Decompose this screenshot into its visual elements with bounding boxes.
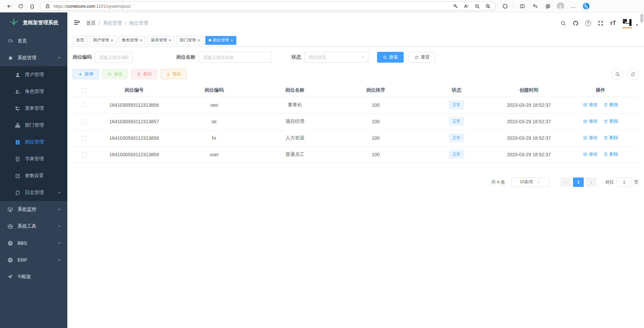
favorites-collections-icon[interactable] xyxy=(529,1,541,11)
col-post-sort: 岗位排序 xyxy=(334,84,418,97)
sidebar-item-menus[interactable]: 菜单管理 xyxy=(0,100,67,117)
row-checkbox[interactable] xyxy=(82,103,87,108)
breadcrumb-home[interactable]: 首页 xyxy=(86,20,96,26)
next-page-button[interactable]: › xyxy=(586,177,597,187)
edit-link[interactable]: 修改 xyxy=(583,118,598,124)
tab-close-icon[interactable]: × xyxy=(169,38,171,43)
chevron-down-icon xyxy=(361,55,365,60)
delete-link-label: 删除 xyxy=(609,151,618,157)
table-row[interactable]: 1641030593112313859 user 普通员工 100 正常 202… xyxy=(73,146,639,163)
tab-label: 菜单管理 xyxy=(151,37,167,43)
tab-close-icon[interactable]: × xyxy=(231,38,233,43)
read-aloud-icon[interactable]: A⁾ xyxy=(461,1,471,11)
sidebar-item-users[interactable]: 用户管理 xyxy=(0,66,67,83)
user-menu-caret-icon[interactable]: ▾ xyxy=(636,23,638,27)
page-number-1[interactable]: 1 xyxy=(573,177,584,187)
tab-close-icon[interactable]: × xyxy=(111,38,113,43)
fullscreen-icon[interactable] xyxy=(598,20,604,26)
status-select[interactable]: 岗位状态 xyxy=(304,52,368,63)
delete-button-label: 删除 xyxy=(143,71,152,77)
github-icon[interactable] xyxy=(573,20,579,26)
delete-link[interactable]: 删除 xyxy=(604,118,618,124)
delete-link[interactable]: 删除 xyxy=(604,135,618,141)
browser-menu-icon[interactable]: … xyxy=(568,1,579,11)
goto-label: 前往 xyxy=(605,179,614,185)
post-code-input[interactable] xyxy=(95,52,133,63)
help-icon[interactable]: ? xyxy=(585,20,591,26)
posts-table: 岗位编号 岗位编码 岗位名称 岗位排序 状态 创建时间 操作 164103059… xyxy=(73,84,639,163)
edit-link[interactable]: 修改 xyxy=(583,135,598,141)
search-button[interactable]: 搜索 xyxy=(377,52,404,63)
sidebar-item-monitor[interactable]: 系统监控 xyxy=(0,201,67,218)
add-favorite-star-icon[interactable] xyxy=(483,1,493,11)
prev-page-button[interactable]: ‹ xyxy=(560,177,571,187)
tab-close-icon[interactable]: × xyxy=(198,38,200,43)
row-checkbox[interactable] xyxy=(82,153,87,157)
edit-square-icon xyxy=(15,173,21,179)
browser-back-icon[interactable] xyxy=(3,1,15,11)
export-button[interactable]: 导出 xyxy=(161,69,187,79)
tab-roles[interactable]: 角色管理× xyxy=(118,36,145,45)
user-avatar-logo[interactable] xyxy=(622,19,632,28)
delete-link[interactable]: 删除 xyxy=(604,102,618,108)
reset-button[interactable]: 重置 xyxy=(409,52,435,63)
sidebar-item-parameters[interactable]: 参数设置 xyxy=(0,167,67,184)
goto-page-input[interactable] xyxy=(617,177,632,187)
row-checkbox[interactable] xyxy=(82,136,87,141)
sidebar-item-logs[interactable]: 日志管理 xyxy=(0,184,67,201)
tab-home[interactable]: 首页 xyxy=(73,36,88,45)
cell-post-name: 普通员工 xyxy=(256,146,334,163)
sidebar-item-label: 系统监控 xyxy=(18,206,36,212)
sidebar-item-bbs[interactable]: BBS xyxy=(0,235,67,252)
sidebar-item-label: 角色管理 xyxy=(25,89,44,95)
browser-home-icon[interactable] xyxy=(26,1,38,11)
sidebar-item-system[interactable]: 系统管理 xyxy=(0,50,67,66)
table-row[interactable]: 1641030593112313858 hr 人力资源 100 正常 2023-… xyxy=(73,130,639,146)
delete-link[interactable]: 删除 xyxy=(604,151,618,157)
post-name-input[interactable] xyxy=(199,52,272,63)
tab-close-icon[interactable]: × xyxy=(140,38,142,43)
zoom-out-icon[interactable] xyxy=(472,1,482,11)
collapse-sidebar-icon[interactable] xyxy=(73,19,80,27)
page-size-select[interactable]: 10条/页 xyxy=(511,177,549,187)
search-icon[interactable] xyxy=(560,20,566,26)
lock-icon xyxy=(44,1,51,11)
sidebar-item-roles[interactable]: 角色管理 xyxy=(0,83,67,100)
scrollbar-thumb[interactable] xyxy=(640,14,643,23)
refresh-table-button[interactable] xyxy=(627,68,639,80)
breadcrumb-system[interactable]: 系统管理 xyxy=(103,20,122,26)
sidebar-item-erp[interactable]: ERP xyxy=(0,252,67,268)
tab-departments[interactable]: 部门管理× xyxy=(176,36,203,45)
extensions-puzzle-icon[interactable] xyxy=(499,1,511,11)
edit-link[interactable]: 修改 xyxy=(583,102,598,108)
select-all-checkbox[interactable] xyxy=(82,88,87,93)
table-row[interactable]: 1641030593112313856 ceo 董事长 100 正常 2023-… xyxy=(73,97,639,113)
delete-button[interactable]: 删除 xyxy=(131,69,157,79)
tab-posts-active[interactable]: 岗位管理× xyxy=(205,36,236,45)
sidebar-item-tools[interactable]: 系统工具 xyxy=(0,218,67,235)
tab-users[interactable]: 用户管理× xyxy=(90,36,116,45)
browser-profile-avatar[interactable] xyxy=(555,1,566,11)
split-screen-icon[interactable] xyxy=(516,1,528,11)
font-size-icon[interactable]: тT xyxy=(610,20,616,26)
row-checkbox[interactable] xyxy=(82,120,87,124)
password-key-icon[interactable] xyxy=(450,1,461,11)
tab-menus[interactable]: 菜单管理× xyxy=(147,36,174,45)
address-bar[interactable]: https://ccnetcore.com:1101/system/post A… xyxy=(40,1,496,11)
browser-refresh-icon[interactable] xyxy=(15,1,26,11)
sidebar-item-departments[interactable]: 部门管理 xyxy=(0,117,67,134)
bing-copilot-icon[interactable] xyxy=(580,1,592,11)
edit-link[interactable]: 修改 xyxy=(583,151,598,157)
content-area: 岗位编码 岗位名称 状态 岗位状态 搜索 重置 xyxy=(67,47,644,328)
sidebar-item-home[interactable]: 首页 xyxy=(0,33,67,50)
table-row[interactable]: 1641030593112313857 se 项目经理 100 正常 2023-… xyxy=(73,113,639,130)
tab-duplicate-icon[interactable] xyxy=(542,1,553,11)
edit-button[interactable]: 修改 xyxy=(102,69,128,79)
sidebar-item-dictionaries[interactable]: 字典管理 xyxy=(0,151,67,167)
sidebar-item-yi-framework[interactable]: Yi框架 xyxy=(0,268,67,285)
add-button[interactable]: 新增 xyxy=(73,69,99,79)
show-search-toggle-button[interactable] xyxy=(612,68,623,80)
paper-plane-icon xyxy=(7,274,13,280)
sidebar-item-posts[interactable]: 岗位管理 xyxy=(0,134,67,151)
breadcrumb: 首页 / 系统管理 / 岗位管理 xyxy=(86,20,148,26)
